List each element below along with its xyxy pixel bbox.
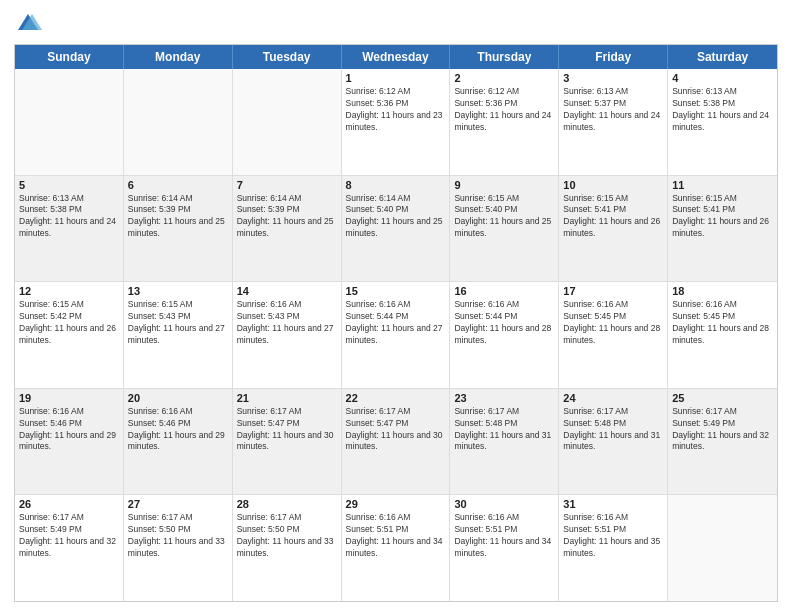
calendar-body: 1Sunrise: 6:12 AM Sunset: 5:36 PM Daylig…	[15, 69, 777, 601]
day-number: 6	[128, 179, 228, 191]
cell-info: Sunrise: 6:17 AM Sunset: 5:47 PM Dayligh…	[237, 406, 337, 454]
cell-info: Sunrise: 6:16 AM Sunset: 5:45 PM Dayligh…	[672, 299, 773, 347]
day-number: 14	[237, 285, 337, 297]
logo-icon	[14, 10, 42, 38]
calendar-header-cell: Friday	[559, 45, 668, 69]
calendar-cell: 4Sunrise: 6:13 AM Sunset: 5:38 PM Daylig…	[668, 69, 777, 175]
calendar-cell: 31Sunrise: 6:16 AM Sunset: 5:51 PM Dayli…	[559, 495, 668, 601]
calendar-cell	[124, 69, 233, 175]
cell-info: Sunrise: 6:13 AM Sunset: 5:38 PM Dayligh…	[672, 86, 773, 134]
day-number: 5	[19, 179, 119, 191]
calendar-cell	[668, 495, 777, 601]
calendar-cell: 16Sunrise: 6:16 AM Sunset: 5:44 PM Dayli…	[450, 282, 559, 388]
calendar-cell: 8Sunrise: 6:14 AM Sunset: 5:40 PM Daylig…	[342, 176, 451, 282]
day-number: 21	[237, 392, 337, 404]
calendar-cell: 29Sunrise: 6:16 AM Sunset: 5:51 PM Dayli…	[342, 495, 451, 601]
calendar-cell: 23Sunrise: 6:17 AM Sunset: 5:48 PM Dayli…	[450, 389, 559, 495]
calendar-row: 19Sunrise: 6:16 AM Sunset: 5:46 PM Dayli…	[15, 388, 777, 495]
calendar-row: 26Sunrise: 6:17 AM Sunset: 5:49 PM Dayli…	[15, 494, 777, 601]
cell-info: Sunrise: 6:17 AM Sunset: 5:50 PM Dayligh…	[128, 512, 228, 560]
day-number: 19	[19, 392, 119, 404]
cell-info: Sunrise: 6:17 AM Sunset: 5:49 PM Dayligh…	[672, 406, 773, 454]
cell-info: Sunrise: 6:12 AM Sunset: 5:36 PM Dayligh…	[346, 86, 446, 134]
calendar-cell: 21Sunrise: 6:17 AM Sunset: 5:47 PM Dayli…	[233, 389, 342, 495]
calendar-cell: 22Sunrise: 6:17 AM Sunset: 5:47 PM Dayli…	[342, 389, 451, 495]
day-number: 11	[672, 179, 773, 191]
calendar-cell: 6Sunrise: 6:14 AM Sunset: 5:39 PM Daylig…	[124, 176, 233, 282]
calendar-header-cell: Thursday	[450, 45, 559, 69]
day-number: 16	[454, 285, 554, 297]
day-number: 9	[454, 179, 554, 191]
calendar-header-cell: Tuesday	[233, 45, 342, 69]
calendar-cell: 9Sunrise: 6:15 AM Sunset: 5:40 PM Daylig…	[450, 176, 559, 282]
calendar-cell: 17Sunrise: 6:16 AM Sunset: 5:45 PM Dayli…	[559, 282, 668, 388]
cell-info: Sunrise: 6:16 AM Sunset: 5:45 PM Dayligh…	[563, 299, 663, 347]
cell-info: Sunrise: 6:16 AM Sunset: 5:43 PM Dayligh…	[237, 299, 337, 347]
calendar-header-cell: Monday	[124, 45, 233, 69]
calendar-header-row: SundayMondayTuesdayWednesdayThursdayFrid…	[15, 45, 777, 69]
day-number: 12	[19, 285, 119, 297]
calendar-cell: 13Sunrise: 6:15 AM Sunset: 5:43 PM Dayli…	[124, 282, 233, 388]
day-number: 28	[237, 498, 337, 510]
header	[14, 10, 778, 38]
calendar-cell: 14Sunrise: 6:16 AM Sunset: 5:43 PM Dayli…	[233, 282, 342, 388]
calendar-cell: 12Sunrise: 6:15 AM Sunset: 5:42 PM Dayli…	[15, 282, 124, 388]
page: SundayMondayTuesdayWednesdayThursdayFrid…	[0, 0, 792, 612]
calendar-header-cell: Wednesday	[342, 45, 451, 69]
logo	[14, 10, 46, 38]
calendar-cell: 30Sunrise: 6:16 AM Sunset: 5:51 PM Dayli…	[450, 495, 559, 601]
cell-info: Sunrise: 6:15 AM Sunset: 5:41 PM Dayligh…	[563, 193, 663, 241]
day-number: 20	[128, 392, 228, 404]
day-number: 30	[454, 498, 554, 510]
day-number: 8	[346, 179, 446, 191]
cell-info: Sunrise: 6:16 AM Sunset: 5:51 PM Dayligh…	[346, 512, 446, 560]
calendar-row: 1Sunrise: 6:12 AM Sunset: 5:36 PM Daylig…	[15, 69, 777, 175]
day-number: 13	[128, 285, 228, 297]
day-number: 27	[128, 498, 228, 510]
day-number: 31	[563, 498, 663, 510]
day-number: 15	[346, 285, 446, 297]
day-number: 4	[672, 72, 773, 84]
cell-info: Sunrise: 6:16 AM Sunset: 5:51 PM Dayligh…	[563, 512, 663, 560]
cell-info: Sunrise: 6:15 AM Sunset: 5:42 PM Dayligh…	[19, 299, 119, 347]
calendar-cell: 18Sunrise: 6:16 AM Sunset: 5:45 PM Dayli…	[668, 282, 777, 388]
cell-info: Sunrise: 6:17 AM Sunset: 5:50 PM Dayligh…	[237, 512, 337, 560]
day-number: 2	[454, 72, 554, 84]
day-number: 23	[454, 392, 554, 404]
cell-info: Sunrise: 6:17 AM Sunset: 5:48 PM Dayligh…	[454, 406, 554, 454]
calendar-cell	[233, 69, 342, 175]
calendar-cell: 28Sunrise: 6:17 AM Sunset: 5:50 PM Dayli…	[233, 495, 342, 601]
calendar-cell: 5Sunrise: 6:13 AM Sunset: 5:38 PM Daylig…	[15, 176, 124, 282]
day-number: 29	[346, 498, 446, 510]
cell-info: Sunrise: 6:16 AM Sunset: 5:44 PM Dayligh…	[454, 299, 554, 347]
calendar-cell	[15, 69, 124, 175]
day-number: 17	[563, 285, 663, 297]
cell-info: Sunrise: 6:14 AM Sunset: 5:39 PM Dayligh…	[128, 193, 228, 241]
calendar-row: 5Sunrise: 6:13 AM Sunset: 5:38 PM Daylig…	[15, 175, 777, 282]
cell-info: Sunrise: 6:16 AM Sunset: 5:44 PM Dayligh…	[346, 299, 446, 347]
cell-info: Sunrise: 6:14 AM Sunset: 5:39 PM Dayligh…	[237, 193, 337, 241]
calendar-cell: 2Sunrise: 6:12 AM Sunset: 5:36 PM Daylig…	[450, 69, 559, 175]
cell-info: Sunrise: 6:14 AM Sunset: 5:40 PM Dayligh…	[346, 193, 446, 241]
day-number: 26	[19, 498, 119, 510]
day-number: 22	[346, 392, 446, 404]
cell-info: Sunrise: 6:15 AM Sunset: 5:40 PM Dayligh…	[454, 193, 554, 241]
cell-info: Sunrise: 6:16 AM Sunset: 5:46 PM Dayligh…	[19, 406, 119, 454]
calendar-header-cell: Sunday	[15, 45, 124, 69]
day-number: 3	[563, 72, 663, 84]
cell-info: Sunrise: 6:13 AM Sunset: 5:38 PM Dayligh…	[19, 193, 119, 241]
day-number: 18	[672, 285, 773, 297]
cell-info: Sunrise: 6:17 AM Sunset: 5:47 PM Dayligh…	[346, 406, 446, 454]
calendar-cell: 15Sunrise: 6:16 AM Sunset: 5:44 PM Dayli…	[342, 282, 451, 388]
cell-info: Sunrise: 6:17 AM Sunset: 5:48 PM Dayligh…	[563, 406, 663, 454]
cell-info: Sunrise: 6:17 AM Sunset: 5:49 PM Dayligh…	[19, 512, 119, 560]
calendar-cell: 1Sunrise: 6:12 AM Sunset: 5:36 PM Daylig…	[342, 69, 451, 175]
calendar-cell: 24Sunrise: 6:17 AM Sunset: 5:48 PM Dayli…	[559, 389, 668, 495]
day-number: 24	[563, 392, 663, 404]
calendar-cell: 7Sunrise: 6:14 AM Sunset: 5:39 PM Daylig…	[233, 176, 342, 282]
cell-info: Sunrise: 6:16 AM Sunset: 5:46 PM Dayligh…	[128, 406, 228, 454]
calendar-header-cell: Saturday	[668, 45, 777, 69]
cell-info: Sunrise: 6:16 AM Sunset: 5:51 PM Dayligh…	[454, 512, 554, 560]
calendar-cell: 11Sunrise: 6:15 AM Sunset: 5:41 PM Dayli…	[668, 176, 777, 282]
calendar-cell: 26Sunrise: 6:17 AM Sunset: 5:49 PM Dayli…	[15, 495, 124, 601]
